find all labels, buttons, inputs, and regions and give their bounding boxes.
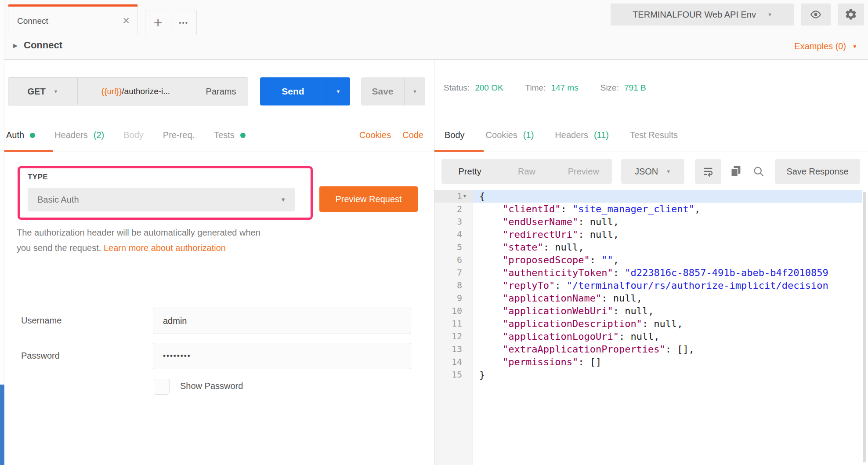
wrap-text-button[interactable] [695, 159, 721, 184]
chevron-down-icon: ▼ [767, 12, 772, 17]
tab-actions: + ••• [145, 10, 197, 35]
copy-response-button[interactable] [726, 159, 745, 184]
username-value: admin [163, 316, 187, 326]
response-status-row: Status: 200 OK Time: 147 ms Size: 791 B [444, 79, 646, 97]
code-text: } [473, 368, 862, 381]
language-selector[interactable]: JSON ▼ [621, 159, 684, 184]
line-number: 5▾ [434, 241, 473, 254]
more-tabs-button[interactable]: ••• [171, 10, 197, 35]
request-title: Connect [24, 40, 62, 51]
tab-label: Pre-req. [163, 130, 195, 140]
auth-type-label: TYPE [28, 173, 48, 182]
examples-dropdown[interactable]: Examples (0) ▼ [794, 41, 857, 51]
method-selector[interactable]: GET ▼ [8, 78, 77, 105]
params-label: Params [206, 87, 236, 97]
time-value: 147 ms [551, 83, 578, 93]
tab-label: Auth [6, 130, 24, 140]
code-line: 3▾ "endUserName": null, [434, 215, 862, 228]
auth-help-text: The authorization header will be automat… [17, 225, 271, 256]
learn-more-link[interactable]: Learn more about authorization [104, 243, 226, 253]
tab-response-body[interactable]: Body [445, 130, 465, 140]
url-input[interactable]: {{url}}/authorize-i... [77, 78, 194, 105]
code-editor[interactable]: 1▾{2▾ "clientId": "site_manager_client",… [434, 190, 862, 465]
line-number: 12▾ [434, 330, 473, 343]
view-mode-selector: Pretty Raw Preview [441, 159, 612, 184]
sidebar-scroll-indicator[interactable] [0, 385, 4, 465]
environment-quick-look-button[interactable] [801, 4, 831, 25]
save-options-button[interactable]: ▼ [404, 77, 425, 105]
code-text: "state": null, [473, 241, 862, 254]
time-label: Time: [525, 83, 546, 93]
view-pretty[interactable]: Pretty [441, 167, 498, 177]
tab-auth[interactable]: Auth [6, 130, 35, 140]
tab-count: (11) [594, 130, 609, 140]
password-label: Password [21, 351, 60, 361]
size-label: Size: [600, 83, 619, 93]
view-raw[interactable]: Raw [498, 167, 555, 177]
search-icon [752, 165, 765, 178]
collapse-triangle-icon[interactable]: ▶ [13, 42, 18, 49]
save-button[interactable]: Save [361, 77, 404, 105]
tab-tests[interactable]: Tests [214, 130, 246, 140]
tab-label: Body [123, 130, 144, 140]
chevron-down-icon: ▼ [666, 169, 671, 174]
new-tab-button[interactable]: + [145, 10, 171, 35]
tab-body[interactable]: Body [123, 130, 144, 140]
username-input[interactable]: admin [153, 308, 411, 334]
tab-response-headers[interactable]: Headers (11) [555, 130, 609, 140]
code-line: 13▾ "extraApplicationProperties": [], [434, 343, 862, 356]
chevron-down-icon: ▼ [412, 89, 417, 94]
response-scrollbar[interactable] [863, 192, 866, 462]
tab-pre-request[interactable]: Pre-req. [163, 130, 195, 140]
line-number: 6▾ [434, 254, 473, 266]
tab-label: Body [445, 130, 465, 140]
tab-test-results[interactable]: Test Results [630, 130, 678, 140]
search-response-button[interactable] [750, 159, 767, 184]
tab-response-cookies[interactable]: Cookies (1) [486, 130, 534, 140]
environment-settings-button[interactable] [838, 4, 864, 25]
save-response-label: Save Response [786, 167, 848, 177]
auth-type-selector[interactable]: Basic Auth ▼ [28, 188, 295, 211]
ellipsis-icon: ••• [179, 19, 188, 26]
auth-type-highlight-box: TYPE Basic Auth ▼ [18, 166, 313, 220]
save-label: Save [372, 86, 393, 97]
status-value: 200 OK [475, 83, 503, 93]
line-number: 4▾ [434, 228, 473, 241]
save-response-button[interactable]: Save Response [775, 159, 860, 184]
code-text: "applicationLogoUri": null, [473, 330, 862, 343]
code-line: 4▾ "redirectUri": null, [434, 228, 862, 241]
preview-request-button[interactable]: Preview Request [319, 186, 418, 212]
cookies-link[interactable]: Cookies [359, 130, 391, 140]
close-tab-icon[interactable]: × [123, 15, 130, 27]
send-options-button[interactable]: ▼ [326, 77, 350, 105]
request-title-row: ▶ Connect [13, 40, 62, 51]
environment-selector[interactable]: TERMINALFOUR Web API Env ▼ [611, 4, 794, 25]
postman-window: Connect × + ••• TERMINALFOUR Web API Env… [0, 0, 868, 465]
code-text: "extraApplicationProperties": [], [473, 343, 862, 356]
method-value: GET [27, 87, 45, 97]
code-line: 14▾ "permissions": [] [434, 356, 862, 368]
tab-connect[interactable]: Connect × [8, 4, 138, 35]
code-line: 8▾ "replyTo": "/terminalfour/rs/authoriz… [434, 279, 862, 292]
code-link[interactable]: Code [402, 130, 423, 140]
code-line: 2▾ "clientId": "site_manager_client", [434, 203, 862, 215]
code-text: "permissions": [] [473, 356, 862, 368]
send-button[interactable]: Send [260, 77, 326, 105]
params-button[interactable]: Params [194, 78, 248, 105]
show-password-checkbox[interactable] [154, 379, 170, 395]
password-input[interactable]: •••••••• [153, 343, 411, 369]
request-header-bar [0, 34, 868, 60]
line-number: 9▾ [434, 292, 473, 305]
tab-label: Test Results [630, 130, 678, 140]
code-line: 11▾ "applicationDescription": null, [434, 317, 862, 330]
chevron-down-icon: ▼ [336, 89, 341, 94]
request-panel: GET ▼ {{url}}/authorize-i... Params Send… [5, 60, 434, 465]
examples-label: Examples (0) [794, 41, 846, 51]
chevron-down-icon: ▼ [852, 44, 857, 50]
copy-icon [730, 165, 742, 178]
tab-headers[interactable]: Headers (2) [54, 130, 104, 140]
environment-name: TERMINALFOUR Web API Env [633, 10, 756, 20]
view-preview[interactable]: Preview [555, 167, 612, 177]
fold-caret-icon[interactable]: ▾ [463, 190, 469, 203]
request-builder: GET ▼ {{url}}/authorize-i... Params Send… [8, 77, 248, 105]
